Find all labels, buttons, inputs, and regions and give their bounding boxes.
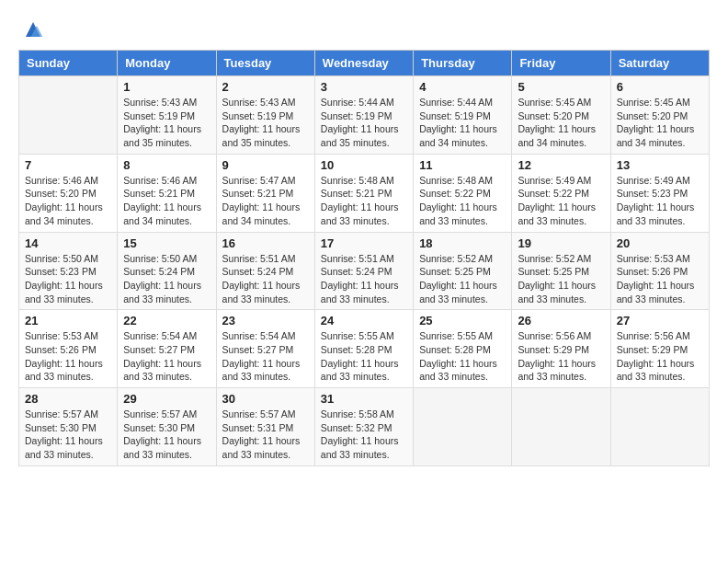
day-info: Sunrise: 5:46 AM Sunset: 5:21 PM Dayligh… [123, 174, 210, 228]
day-number: 16 [222, 236, 309, 250]
calendar-cell: 7Sunrise: 5:46 AM Sunset: 5:20 PM Daylig… [19, 154, 118, 232]
day-number: 10 [321, 158, 407, 172]
weekday-header: Tuesday [216, 51, 314, 76]
day-number: 26 [518, 314, 604, 327]
calendar-cell: 3Sunrise: 5:44 AM Sunset: 5:19 PM Daylig… [314, 76, 413, 155]
day-info: Sunrise: 5:46 AM Sunset: 5:20 PM Dayligh… [25, 174, 111, 228]
day-number: 12 [518, 158, 604, 172]
day-info: Sunrise: 5:45 AM Sunset: 5:20 PM Dayligh… [617, 96, 703, 150]
logo-icon [22, 18, 44, 40]
weekday-header: Friday [512, 51, 610, 76]
calendar-cell: 25Sunrise: 5:55 AM Sunset: 5:28 PM Dayli… [414, 310, 512, 388]
day-number: 8 [123, 158, 210, 172]
day-number: 20 [617, 236, 703, 250]
calendar-cell: 29Sunrise: 5:57 AM Sunset: 5:30 PM Dayli… [118, 388, 216, 466]
day-info: Sunrise: 5:50 AM Sunset: 5:23 PM Dayligh… [25, 252, 111, 306]
calendar-cell: 24Sunrise: 5:55 AM Sunset: 5:28 PM Dayli… [314, 310, 413, 388]
day-number: 7 [25, 158, 111, 172]
weekday-header: Saturday [610, 51, 709, 76]
day-info: Sunrise: 5:53 AM Sunset: 5:26 PM Dayligh… [25, 329, 111, 384]
day-number: 14 [25, 236, 111, 250]
calendar-cell: 8Sunrise: 5:46 AM Sunset: 5:21 PM Daylig… [118, 154, 216, 232]
calendar-cell: 14Sunrise: 5:50 AM Sunset: 5:23 PM Dayli… [19, 232, 118, 310]
day-info: Sunrise: 5:43 AM Sunset: 5:19 PM Dayligh… [123, 96, 210, 150]
calendar-cell: 1Sunrise: 5:43 AM Sunset: 5:19 PM Daylig… [118, 76, 216, 155]
calendar-cell: 30Sunrise: 5:57 AM Sunset: 5:31 PM Dayli… [216, 388, 314, 466]
calendar-cell: 10Sunrise: 5:48 AM Sunset: 5:21 PM Dayli… [314, 154, 413, 232]
calendar-cell [414, 388, 512, 466]
calendar-cell: 17Sunrise: 5:51 AM Sunset: 5:24 PM Dayli… [314, 232, 413, 310]
day-info: Sunrise: 5:57 AM Sunset: 5:30 PM Dayligh… [25, 408, 111, 462]
day-number: 18 [419, 236, 506, 250]
day-info: Sunrise: 5:56 AM Sunset: 5:29 PM Dayligh… [617, 329, 703, 384]
page-header [18, 18, 710, 40]
day-info: Sunrise: 5:47 AM Sunset: 5:21 PM Dayligh… [222, 174, 309, 228]
day-info: Sunrise: 5:55 AM Sunset: 5:28 PM Dayligh… [321, 329, 407, 384]
calendar-cell [610, 388, 709, 466]
day-info: Sunrise: 5:58 AM Sunset: 5:32 PM Dayligh… [321, 408, 407, 462]
day-number: 19 [518, 236, 604, 250]
day-number: 24 [321, 314, 407, 327]
day-info: Sunrise: 5:57 AM Sunset: 5:30 PM Dayligh… [123, 408, 210, 462]
calendar-cell: 13Sunrise: 5:49 AM Sunset: 5:23 PM Dayli… [610, 154, 709, 232]
calendar-cell: 20Sunrise: 5:53 AM Sunset: 5:26 PM Dayli… [610, 232, 709, 310]
day-number: 31 [321, 392, 407, 406]
day-info: Sunrise: 5:48 AM Sunset: 5:22 PM Dayligh… [419, 174, 506, 228]
day-number: 23 [222, 314, 309, 327]
day-info: Sunrise: 5:50 AM Sunset: 5:24 PM Dayligh… [123, 252, 210, 306]
calendar-cell: 28Sunrise: 5:57 AM Sunset: 5:30 PM Dayli… [19, 388, 118, 466]
day-number: 21 [25, 314, 111, 327]
day-info: Sunrise: 5:51 AM Sunset: 5:24 PM Dayligh… [222, 252, 309, 306]
day-number: 25 [419, 314, 506, 327]
day-info: Sunrise: 5:49 AM Sunset: 5:23 PM Dayligh… [617, 174, 703, 228]
day-number: 4 [419, 80, 506, 94]
day-info: Sunrise: 5:48 AM Sunset: 5:21 PM Dayligh… [321, 174, 407, 228]
day-number: 27 [617, 314, 703, 327]
day-info: Sunrise: 5:44 AM Sunset: 5:19 PM Dayligh… [419, 96, 506, 150]
day-number: 2 [222, 80, 309, 94]
calendar-week-row: 1Sunrise: 5:43 AM Sunset: 5:19 PM Daylig… [19, 76, 710, 155]
calendar-table: SundayMondayTuesdayWednesdayThursdayFrid… [18, 50, 710, 466]
calendar-cell: 27Sunrise: 5:56 AM Sunset: 5:29 PM Dayli… [610, 310, 709, 388]
day-info: Sunrise: 5:51 AM Sunset: 5:24 PM Dayligh… [321, 252, 407, 306]
calendar-cell [19, 76, 118, 155]
day-number: 3 [321, 80, 407, 94]
day-number: 11 [419, 158, 506, 172]
day-number: 6 [617, 80, 703, 94]
calendar-cell: 12Sunrise: 5:49 AM Sunset: 5:22 PM Dayli… [512, 154, 610, 232]
calendar-cell: 5Sunrise: 5:45 AM Sunset: 5:20 PM Daylig… [512, 76, 610, 155]
weekday-header: Monday [118, 51, 216, 76]
weekday-header: Sunday [19, 51, 118, 76]
day-info: Sunrise: 5:54 AM Sunset: 5:27 PM Dayligh… [222, 329, 309, 384]
calendar-cell: 18Sunrise: 5:52 AM Sunset: 5:25 PM Dayli… [414, 232, 512, 310]
calendar-week-row: 28Sunrise: 5:57 AM Sunset: 5:30 PM Dayli… [19, 388, 710, 466]
day-number: 13 [617, 158, 703, 172]
day-number: 17 [321, 236, 407, 250]
logo [18, 18, 44, 40]
calendar-week-row: 21Sunrise: 5:53 AM Sunset: 5:26 PM Dayli… [19, 310, 710, 388]
calendar-cell: 9Sunrise: 5:47 AM Sunset: 5:21 PM Daylig… [216, 154, 314, 232]
weekday-header: Wednesday [314, 51, 413, 76]
day-number: 5 [518, 80, 604, 94]
day-info: Sunrise: 5:55 AM Sunset: 5:28 PM Dayligh… [419, 329, 506, 384]
day-number: 15 [123, 236, 210, 250]
calendar-cell: 11Sunrise: 5:48 AM Sunset: 5:22 PM Dayli… [414, 154, 512, 232]
day-number: 9 [222, 158, 309, 172]
day-number: 28 [25, 392, 111, 406]
day-info: Sunrise: 5:43 AM Sunset: 5:19 PM Dayligh… [222, 96, 309, 150]
day-info: Sunrise: 5:54 AM Sunset: 5:27 PM Dayligh… [123, 329, 210, 384]
day-number: 1 [123, 80, 210, 94]
calendar-cell: 31Sunrise: 5:58 AM Sunset: 5:32 PM Dayli… [314, 388, 413, 466]
day-info: Sunrise: 5:56 AM Sunset: 5:29 PM Dayligh… [518, 329, 604, 384]
calendar-cell: 6Sunrise: 5:45 AM Sunset: 5:20 PM Daylig… [610, 76, 709, 155]
calendar-cell: 4Sunrise: 5:44 AM Sunset: 5:19 PM Daylig… [414, 76, 512, 155]
calendar-cell: 26Sunrise: 5:56 AM Sunset: 5:29 PM Dayli… [512, 310, 610, 388]
day-info: Sunrise: 5:44 AM Sunset: 5:19 PM Dayligh… [321, 96, 407, 150]
day-number: 29 [123, 392, 210, 406]
day-info: Sunrise: 5:52 AM Sunset: 5:25 PM Dayligh… [419, 252, 506, 306]
calendar-cell: 22Sunrise: 5:54 AM Sunset: 5:27 PM Dayli… [118, 310, 216, 388]
day-number: 30 [222, 392, 309, 406]
calendar-cell: 19Sunrise: 5:52 AM Sunset: 5:25 PM Dayli… [512, 232, 610, 310]
day-info: Sunrise: 5:45 AM Sunset: 5:20 PM Dayligh… [518, 96, 604, 150]
calendar-cell [512, 388, 610, 466]
